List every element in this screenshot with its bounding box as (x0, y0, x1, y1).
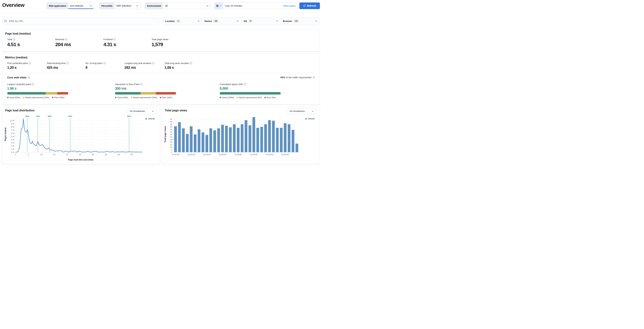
chevron-down-icon (206, 4, 209, 7)
help-icon[interactable] (32, 83, 34, 85)
good-dot (220, 97, 221, 98)
vital-distribution-bar (220, 92, 281, 94)
svg-text:15: 15 (53, 153, 55, 156)
date-range-value[interactable]: Last 15 minutes (225, 4, 242, 7)
metrics-panel: Metrics (median) First contentful paint … (2, 53, 320, 104)
quick-select-button[interactable] (214, 3, 223, 9)
count-badge: 16 (294, 20, 299, 22)
filter-label: OS (244, 20, 247, 22)
svg-text:20: 20 (170, 141, 172, 143)
environment-label: Environment (145, 3, 163, 9)
web-application-label: Web application (47, 3, 68, 9)
help-icon[interactable] (312, 76, 315, 79)
chart-title: Page load distribution (5, 109, 34, 112)
svg-text:45: 45 (170, 128, 172, 130)
core-web-vitals-title: Core web vitals (7, 76, 30, 79)
svg-text:40: 40 (118, 153, 120, 156)
chevron-down-icon (197, 20, 200, 22)
stat-value: 425 ms (47, 66, 86, 70)
help-icon[interactable] (244, 83, 246, 85)
svg-text:65: 65 (170, 118, 172, 120)
good-dot (7, 97, 8, 98)
svg-text:5: 5 (171, 149, 172, 151)
svg-text:10:36:00: 10:36:00 (219, 153, 226, 156)
vital-lcp: Largest contentful paint 1.96 s Good (63… (7, 83, 115, 99)
os-filter[interactable]: OS 8 (241, 18, 280, 24)
breakdown-select[interactable]: No breakdown (128, 108, 156, 114)
percentile-label: Percentile (99, 3, 114, 9)
needs-improvement-dot (23, 97, 24, 98)
vital-value: 0.000 (220, 86, 281, 90)
vital-value: 1.96 s (7, 86, 115, 90)
poor-dot (52, 97, 53, 98)
browser-filter[interactable]: Browser 16 (280, 18, 320, 24)
help-icon[interactable] (152, 62, 154, 64)
svg-text:10:32:00: 10:32:00 (188, 153, 195, 156)
help-icon[interactable] (65, 38, 68, 40)
y-axis-title: Total page views (164, 119, 166, 149)
svg-text:50th: 50th (25, 115, 29, 117)
svg-text:90th: 90th (48, 115, 52, 117)
help-icon[interactable] (114, 38, 116, 40)
needs-improvement-dot (236, 97, 238, 98)
help-icon[interactable] (28, 76, 30, 79)
environment-value: All (165, 4, 168, 7)
date-range-picker[interactable]: Last 15 minutes Show dates (214, 2, 298, 9)
stat-tbt: Total blocking time 425 ms (47, 62, 86, 70)
device-filter[interactable]: Device 58 (202, 18, 242, 24)
filter-label: Location (165, 20, 175, 22)
chevron-down-icon (276, 20, 278, 22)
page-title: Overview (2, 2, 24, 8)
location-filter[interactable]: Location 1 (163, 18, 202, 24)
percentile-value: 50th (Median) (116, 4, 131, 7)
svg-text:45: 45 (130, 153, 132, 156)
svg-text:1 %: 1 % (11, 148, 14, 150)
page-load-distribution-panel: Page load distribution No breakdown Over… (2, 106, 160, 164)
stat-frontend: Frontend 4.31 s (104, 38, 152, 47)
stat-value: 1.20 s (7, 66, 47, 70)
stat-value: 4.51 s (7, 42, 55, 47)
count-badge: 1 (176, 20, 180, 22)
y-axis-title: Pages loaded (4, 119, 7, 149)
stat-total: Total 4.51 s (7, 38, 55, 47)
breakdown-select[interactable]: No breakdown (287, 108, 316, 114)
web-application-value: test-website (70, 4, 83, 7)
count-badge: 8 (248, 20, 253, 22)
stat-value: 204 ms (55, 42, 104, 47)
help-icon[interactable] (66, 62, 69, 64)
percentile-select[interactable]: Percentile 50th (Median) (99, 2, 140, 9)
svg-text:35: 35 (105, 153, 107, 156)
stat-value: 8 (86, 66, 124, 70)
web-application-select[interactable]: Web application test-website (46, 2, 94, 9)
filter-label: Browser (283, 20, 292, 22)
stat-value: 282 ms (124, 66, 164, 70)
stat-longest-task: Longest long task duration 282 ms (124, 62, 164, 70)
help-icon[interactable] (13, 38, 15, 40)
svg-text:15: 15 (170, 144, 172, 146)
svg-text:55: 55 (170, 123, 172, 125)
help-icon[interactable] (104, 62, 106, 64)
page-header: Overview Web application test-website Pe… (0, 0, 322, 13)
show-dates-link[interactable]: Show dates (283, 4, 296, 7)
page-load-panel: Page load (median) Total 4.51 s Backend … (2, 29, 320, 51)
help-icon[interactable] (190, 62, 192, 64)
poor-dot (264, 97, 266, 98)
svg-text:5: 5 (28, 153, 29, 156)
facet-filter-group: Location 1 Device 58 OS 8 Browser 16 (163, 17, 320, 24)
svg-text:9 %: 9 % (11, 123, 14, 125)
vital-cls: Cumulative layout shift 0.000 Good (100%… (220, 83, 281, 99)
environment-select[interactable]: Environment All (145, 2, 211, 9)
chevron-down-icon (136, 4, 138, 7)
stat-backend: Backend 204 ms (55, 38, 104, 47)
svg-text:95th: 95th (68, 115, 72, 117)
chevron-down-icon (312, 110, 314, 112)
help-icon[interactable] (28, 62, 31, 64)
svg-text:50: 50 (170, 126, 172, 128)
panel-title: Page load (median) (5, 32, 31, 35)
svg-text:75th: 75th (36, 115, 40, 117)
svg-text:8 %: 8 % (11, 126, 14, 128)
help-icon[interactable] (140, 83, 142, 85)
svg-text:7 %: 7 % (11, 129, 14, 131)
refresh-button[interactable]: Refresh (299, 2, 320, 9)
url-filter-input[interactable] (8, 19, 157, 23)
